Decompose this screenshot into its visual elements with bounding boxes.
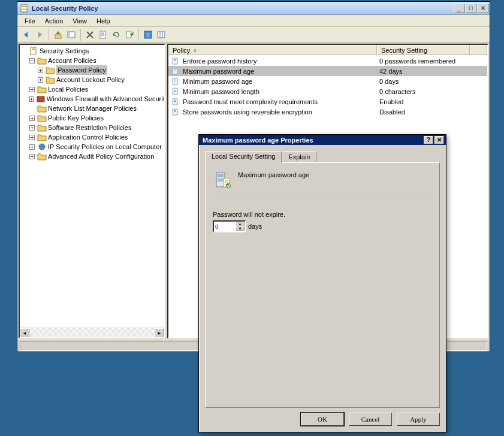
list-header: Policy ▲ Security Setting — [168, 45, 487, 55]
dialog-title: Maximum password age Properties — [203, 137, 422, 144]
scroll-track[interactable] — [29, 328, 155, 337]
expand-icon[interactable]: + — [29, 135, 35, 140]
svg-rect-1 — [22, 6, 26, 7]
tree-account-lockout-policy[interactable]: + Account Lockout Policy — [38, 75, 164, 84]
tree-network-list[interactable]: Network List Manager Policies — [29, 104, 164, 113]
list-row[interactable]: Maximum password age 42 days — [168, 66, 487, 76]
policy-value: 0 days — [377, 78, 487, 85]
window-title: Local Security Policy — [32, 5, 452, 12]
tree-label: Public Key Policies — [48, 113, 104, 123]
expand-icon[interactable]: + — [29, 144, 35, 150]
tree-root[interactable]: Security Settings — [21, 46, 164, 56]
policy-name: Enforce password history — [183, 57, 257, 65]
folder-icon — [37, 123, 47, 132]
tab-explain[interactable]: Explain — [282, 151, 316, 162]
expand-icon[interactable]: + — [29, 87, 35, 92]
tree-label: Advanced Audit Policy Configuration — [48, 152, 154, 161]
menu-view[interactable]: View — [68, 16, 92, 26]
dialog-close-button[interactable]: ✕ — [434, 136, 444, 144]
scroll-left-button[interactable]: ◄ — [20, 328, 29, 338]
svg-rect-17 — [31, 47, 36, 54]
columns-button[interactable] — [155, 28, 168, 41]
help-button[interactable]: ? — [141, 28, 155, 41]
field-label: Password will not expire. — [213, 211, 432, 218]
tree-account-policies[interactable]: − Account Policies — [29, 56, 164, 65]
close-button[interactable]: ✕ — [478, 4, 488, 13]
minimize-button[interactable]: _ — [454, 4, 464, 13]
days-input[interactable] — [214, 222, 236, 231]
menu-file[interactable]: File — [20, 16, 40, 26]
policy-name: Minimum password age — [183, 78, 252, 85]
expand-icon[interactable]: + — [29, 96, 34, 102]
dialog-help-button[interactable]: ? — [424, 136, 433, 144]
svg-rect-11 — [126, 32, 131, 38]
svg-rect-2 — [22, 8, 26, 8]
horizontal-scrollbar[interactable]: ◄ ► — [20, 328, 164, 337]
tab-local-security-setting[interactable]: Local Security Setting — [205, 151, 282, 163]
tree-label: Local Policies — [48, 84, 88, 94]
svg-rect-30 — [174, 80, 176, 80]
tree-windows-firewall[interactable]: +Windows Firewall with Advanced Security — [29, 94, 164, 104]
tree-label: Account Lockout Policy — [56, 75, 125, 84]
maximize-button[interactable]: □ — [466, 4, 476, 13]
dialog-policy-name: Maximum password age — [238, 170, 309, 178]
cancel-button[interactable]: Cancel — [349, 413, 392, 426]
dialog-titlebar[interactable]: Maximum password age Properties ? ✕ — [199, 135, 446, 145]
list-row[interactable]: Enforce password history 0 passwords rem… — [168, 56, 487, 66]
list-row[interactable]: Minimum password length 0 characters — [168, 86, 487, 96]
svg-rect-7 — [100, 31, 105, 38]
list-row[interactable]: Password must meet complexity requiremen… — [168, 96, 487, 107]
tree-label: Password Policy — [56, 65, 107, 75]
titlebar[interactable]: Local Security Policy _ □ ✕ — [17, 2, 490, 15]
folder-icon — [46, 75, 55, 84]
spinner-up-button[interactable]: ▲ — [236, 222, 245, 226]
policy-item-icon — [171, 67, 180, 75]
column-security-setting[interactable]: Security Setting — [377, 45, 470, 54]
folder-icon — [37, 85, 47, 93]
tree-ip-security[interactable]: +IP Security Policies on Local Computer — [29, 142, 164, 152]
menu-help[interactable]: Help — [92, 16, 115, 26]
expand-icon[interactable]: + — [29, 116, 35, 121]
policy-name: Password must meet complexity requiremen… — [183, 98, 318, 105]
expand-icon[interactable]: + — [29, 154, 35, 159]
delete-button[interactable] — [83, 28, 96, 41]
spinner-down-button[interactable]: ▼ — [236, 226, 245, 231]
properties-button[interactable] — [96, 28, 110, 41]
collapse-icon[interactable]: − — [29, 58, 35, 63]
properties-dialog: Maximum password age Properties ? ✕ Loca… — [198, 134, 446, 432]
policy-value: Disabled — [377, 108, 487, 116]
forward-button[interactable] — [33, 28, 46, 41]
unit-label: days — [248, 223, 262, 230]
apply-button[interactable]: Apply — [397, 413, 440, 426]
tree-app-control[interactable]: +Application Control Policies — [29, 132, 164, 142]
svg-rect-42 — [218, 174, 224, 177]
tree-advanced-audit[interactable]: +Advanced Audit Policy Configuration — [29, 152, 164, 161]
expand-icon[interactable]: + — [38, 77, 43, 83]
svg-rect-44 — [218, 180, 224, 181]
tree-local-policies[interactable]: +Local Policies — [29, 84, 164, 94]
spinner-buttons: ▲ ▼ — [236, 222, 245, 231]
tab-panel: Maximum password age Password will not e… — [205, 162, 440, 408]
refresh-button[interactable] — [110, 28, 123, 41]
spinner-box: ▲ ▼ — [213, 220, 246, 232]
up-button[interactable] — [52, 28, 65, 41]
back-button[interactable] — [20, 28, 33, 41]
export-button[interactable] — [123, 28, 136, 41]
svg-rect-36 — [174, 100, 176, 101]
svg-text:?: ? — [147, 32, 150, 38]
tree-public-key[interactable]: +Public Key Policies — [29, 113, 164, 123]
expand-icon[interactable]: + — [38, 68, 43, 73]
tree-password-policy[interactable]: + Password Policy — [38, 65, 164, 75]
column-policy[interactable]: Policy ▲ — [168, 45, 377, 54]
list-row[interactable]: Store passwords using reversible encrypt… — [168, 107, 487, 117]
list-row[interactable]: Minimum password age 0 days — [168, 76, 487, 86]
svg-rect-43 — [218, 178, 224, 180]
ok-button[interactable]: OK — [301, 413, 344, 426]
show-hide-tree-button[interactable] — [65, 28, 78, 41]
menu-action[interactable]: Action — [40, 16, 68, 26]
tree-software-restriction[interactable]: +Software Restriction Policies — [29, 123, 164, 132]
expand-icon[interactable]: + — [29, 125, 35, 131]
dialog-body: Local Security Setting Explain — [199, 145, 446, 408]
scroll-right-button[interactable]: ► — [155, 328, 164, 338]
policy-name: Maximum password age — [183, 68, 254, 75]
